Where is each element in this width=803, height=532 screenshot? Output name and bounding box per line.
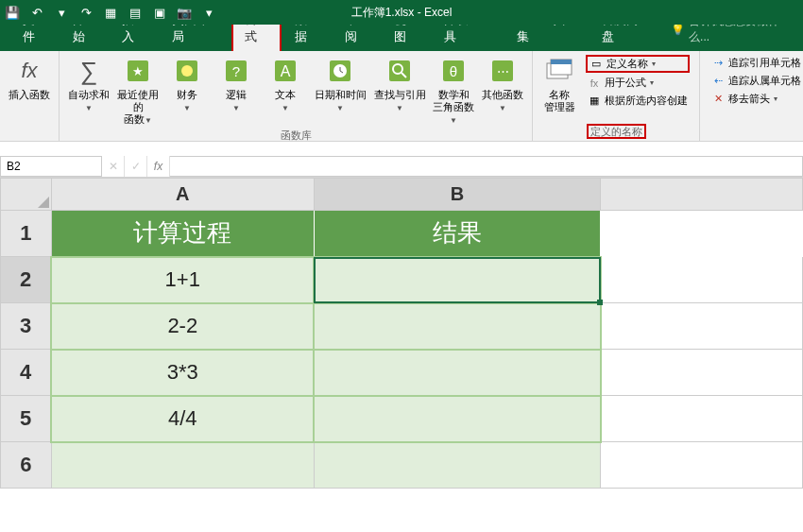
- svg-rect-10: [389, 60, 410, 81]
- cell-A4[interactable]: 3*3: [51, 350, 314, 396]
- row-header-2[interactable]: 2: [1, 257, 52, 303]
- title-bar: 💾 ↶ ▾ ↷ ▦ ▤ ▣ 📷 ▾ 工作簿1.xlsx - Excel: [0, 0, 803, 25]
- use-formula-icon: fx: [588, 77, 601, 90]
- autosum-button[interactable]: ∑ 自动求和▼: [65, 53, 112, 115]
- row-header-1[interactable]: 1: [1, 211, 52, 257]
- datetime-button[interactable]: 日期和时间▼: [311, 53, 369, 115]
- cell-C5[interactable]: [601, 396, 803, 442]
- trace-dep-icon: ⇠: [711, 75, 725, 88]
- select-all-corner[interactable]: [1, 179, 52, 211]
- cell-A5[interactable]: 4/4: [51, 396, 314, 442]
- qat-icon[interactable]: ▣: [151, 4, 168, 21]
- create-sel-icon: ▦: [588, 94, 601, 108]
- cell-B4[interactable]: [314, 350, 601, 396]
- datetime-icon: [324, 55, 356, 87]
- redo-icon[interactable]: ↷: [77, 4, 94, 21]
- sigma-icon: ∑: [73, 55, 105, 87]
- create-from-selection-button[interactable]: ▦根据所选内容创建: [586, 93, 690, 109]
- trace-prec-icon: ⇢: [711, 57, 725, 70]
- worksheet[interactable]: A B 1 计算过程 结果 2 1+1 3 2-2 4 3*3 5 4/4 6: [0, 178, 803, 489]
- cell-C4[interactable]: [601, 350, 803, 396]
- logical-button[interactable]: ? 逻辑▼: [213, 53, 260, 115]
- fx-icon[interactable]: fx: [147, 156, 170, 177]
- recent-functions-button[interactable]: ★ 最近使用的 函数▼: [114, 53, 162, 129]
- cell-C6[interactable]: [601, 442, 803, 489]
- math-icon: θ: [437, 55, 470, 87]
- cell-B6[interactable]: [314, 442, 601, 489]
- cell-A2[interactable]: 1+1: [51, 257, 314, 303]
- camera-icon[interactable]: 📷: [176, 4, 193, 21]
- svg-point-3: [181, 65, 193, 77]
- col-header-A[interactable]: A: [51, 179, 314, 211]
- cell-C3[interactable]: [601, 303, 803, 350]
- cell-B5[interactable]: [314, 396, 601, 442]
- insert-function-button[interactable]: fx 插入函数: [6, 53, 53, 103]
- cell-B2[interactable]: [314, 257, 601, 303]
- cell-C1[interactable]: [601, 211, 803, 257]
- formula-bar-row: ✕ ✓ fx: [0, 155, 803, 178]
- define-name-button[interactable]: ▭定义名称 ▾: [586, 55, 690, 73]
- lookup-icon: [384, 55, 416, 87]
- svg-text:★: ★: [132, 64, 144, 78]
- qat-icon[interactable]: ▤: [127, 4, 144, 21]
- cell-A1[interactable]: 计算过程: [51, 211, 314, 257]
- lookup-button[interactable]: 查找与引用▼: [371, 53, 428, 115]
- ribbon-tabs: 文件 开始 插入 页面布局 公式 数据 审阅 视图 开发工具 PDF工具集 百度…: [0, 25, 803, 51]
- financial-icon: [171, 55, 203, 87]
- cell-A6[interactable]: [51, 442, 314, 489]
- remove-arrows-button[interactable]: ✕移去箭头 ▾: [709, 91, 803, 107]
- undo-icon[interactable]: ↶: [28, 4, 45, 21]
- text-button[interactable]: A 文本▼: [262, 53, 309, 115]
- logical-icon: ?: [220, 55, 252, 87]
- quick-access-toolbar: 💾 ↶ ▾ ↷ ▦ ▤ ▣ 📷 ▾: [4, 4, 217, 21]
- cell-B3[interactable]: [314, 303, 601, 350]
- bulb-icon: 💡: [671, 23, 685, 36]
- recent-icon: ★: [122, 55, 154, 87]
- name-manager-icon: [543, 55, 575, 87]
- cell-A3[interactable]: 2-2: [51, 303, 314, 350]
- save-icon[interactable]: 💾: [4, 4, 21, 21]
- fx-icon: fx: [13, 55, 45, 87]
- enter-icon[interactable]: ✓: [125, 156, 147, 177]
- svg-text:A: A: [281, 63, 291, 79]
- math-button[interactable]: θ 数学和 三角函数▼: [430, 53, 477, 129]
- col-header-B[interactable]: B: [314, 179, 601, 211]
- qat-more-icon[interactable]: ▾: [200, 4, 217, 21]
- svg-text:⋯: ⋯: [497, 64, 509, 78]
- row-header-3[interactable]: 3: [1, 303, 52, 350]
- use-in-formula-button[interactable]: fx用于公式 ▾: [586, 75, 690, 91]
- trace-dependents-button[interactable]: ⇠追踪从属单元格: [709, 73, 803, 89]
- name-manager-button[interactable]: 名称 管理器: [538, 53, 580, 115]
- row-header-4[interactable]: 4: [1, 350, 52, 396]
- trace-precedents-button[interactable]: ⇢追踪引用单元格: [709, 55, 803, 71]
- other-icon: ⋯: [487, 55, 519, 87]
- row-header-5[interactable]: 5: [1, 396, 52, 442]
- cell-B1[interactable]: 结果: [314, 211, 601, 257]
- remove-arrows-icon: ✕: [711, 93, 725, 106]
- name-box[interactable]: [0, 156, 102, 177]
- other-functions-button[interactable]: ⋯ 其他函数▼: [479, 53, 526, 115]
- col-header-blank[interactable]: [601, 179, 803, 211]
- qat-sep: ▾: [53, 4, 70, 21]
- text-icon: A: [269, 55, 301, 87]
- formula-bar[interactable]: [170, 156, 803, 177]
- cancel-icon[interactable]: ✕: [102, 156, 125, 177]
- cell-C2[interactable]: [601, 257, 803, 303]
- group-label-defined-names: 定义的名称: [587, 124, 646, 139]
- qat-custom-icon[interactable]: ▦: [102, 4, 119, 21]
- define-name-icon: ▭: [589, 58, 603, 71]
- financial-button[interactable]: 财务▼: [163, 53, 211, 115]
- svg-text:?: ?: [232, 63, 240, 79]
- group-label-function-library: 函数库: [65, 129, 526, 144]
- svg-text:θ: θ: [450, 63, 457, 79]
- row-header-6[interactable]: 6: [1, 442, 52, 489]
- ribbon: fx 插入函数 ∑ 自动求和▼ ★ 最近使用的 函数▼ 财务▼ ? 逻辑▼: [0, 51, 803, 142]
- svg-rect-19: [551, 60, 572, 64]
